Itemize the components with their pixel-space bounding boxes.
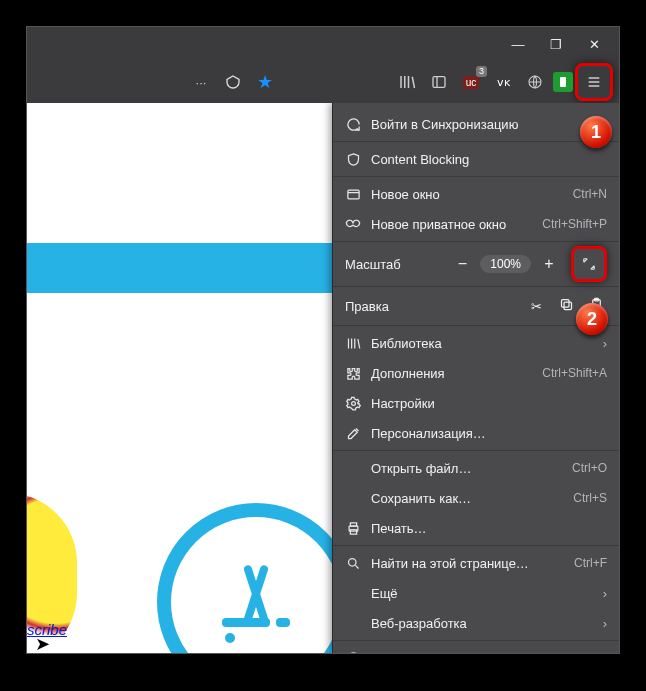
browser-toolbar: ∙∙∙ ★ uc 3 ᴠᴋ [27, 61, 619, 103]
chevron-right-icon: › [603, 336, 607, 351]
ublock-icon[interactable]: uc 3 [457, 68, 485, 96]
main-menu-panel: Войти в Синхронизацию Content Blocking Н… [332, 103, 619, 653]
menu-item-library[interactable]: Библиотека › [333, 328, 619, 358]
sidebar-icon[interactable] [425, 68, 453, 96]
question-icon [345, 651, 361, 654]
zoom-value[interactable]: 100% [480, 255, 531, 273]
fullscreen-button[interactable] [571, 246, 607, 282]
menu-item-new-window[interactable]: Новое окно Ctrl+N [333, 179, 619, 209]
svg-rect-9 [564, 302, 572, 310]
svg-rect-8 [347, 190, 358, 199]
svg-point-7 [225, 633, 235, 643]
svg-rect-0 [433, 77, 445, 88]
chevron-right-icon: › [603, 616, 607, 631]
menu-item-save-as[interactable]: Сохранить как… Ctrl+S [333, 483, 619, 513]
menu-item-open-file[interactable]: Открыть файл… Ctrl+O [333, 453, 619, 483]
main-menu-button[interactable] [575, 63, 613, 101]
print-icon [345, 521, 361, 536]
window-icon [345, 187, 361, 202]
menu-item-addons[interactable]: Дополнения Ctrl+Shift+A [333, 358, 619, 388]
gear-icon [345, 396, 361, 411]
menu-item-sync[interactable]: Войти в Синхронизацию [333, 109, 619, 139]
menu-item-more[interactable]: Ещё › [333, 578, 619, 608]
close-button[interactable]: ✕ [577, 30, 611, 58]
search-icon [345, 556, 361, 571]
copy-icon[interactable] [555, 297, 577, 315]
zoom-in-button[interactable]: + [539, 255, 559, 273]
cut-icon[interactable]: ✂ [525, 299, 547, 314]
chevron-right-icon: › [603, 651, 607, 654]
globe-icon[interactable] [521, 68, 549, 96]
svg-rect-5 [222, 618, 270, 627]
mask-icon [345, 218, 361, 230]
svg-rect-10 [561, 300, 569, 308]
puzzle-icon [345, 366, 361, 381]
menu-item-content-blocking[interactable]: Content Blocking [333, 144, 619, 174]
sync-icon [345, 117, 361, 132]
svg-rect-2 [560, 77, 566, 87]
annotation-step-1: 1 [580, 116, 612, 148]
bookmark-star-icon[interactable]: ★ [251, 68, 279, 96]
shield-icon [345, 152, 361, 167]
svg-point-18 [347, 652, 358, 653]
pocket-icon[interactable] [219, 68, 247, 96]
menu-item-webdev[interactable]: Веб-разработка › [333, 608, 619, 638]
library-icon[interactable] [393, 68, 421, 96]
svg-point-13 [351, 401, 355, 405]
page-actions-icon[interactable]: ∙∙∙ [187, 68, 215, 96]
menu-item-help[interactable]: Справка › [333, 643, 619, 653]
svg-rect-6 [276, 618, 290, 627]
paintbrush-icon [345, 426, 361, 441]
svg-rect-15 [350, 522, 356, 525]
titlebar: — ❐ ✕ [27, 27, 619, 61]
vk-icon[interactable]: ᴠᴋ [489, 68, 517, 96]
zoom-label: Масштаб [345, 257, 401, 272]
minimize-button[interactable]: — [501, 30, 535, 58]
maximize-button[interactable]: ❐ [539, 30, 573, 58]
menu-zoom-row: Масштаб − 100% + [333, 244, 619, 284]
menu-item-private-window[interactable]: Новое приватное окно Ctrl+Shift+P [333, 209, 619, 239]
annotation-step-2: 2 [576, 303, 608, 335]
extension-green-icon[interactable] [553, 72, 573, 92]
svg-point-17 [348, 558, 356, 566]
zoom-out-button[interactable]: − [452, 255, 472, 273]
library-icon [345, 336, 361, 351]
browser-window: — ❐ ✕ ∙∙∙ ★ uc 3 ᴠᴋ [26, 26, 620, 654]
edit-label: Правка [345, 299, 517, 314]
chevron-right-icon: › [603, 586, 607, 601]
mouse-cursor-icon: ➤ [35, 633, 50, 653]
menu-item-customize[interactable]: Персонализация… [333, 418, 619, 448]
menu-item-print[interactable]: Печать… [333, 513, 619, 543]
appstore-logo [157, 503, 355, 653]
menu-item-find[interactable]: Найти на этой странице… Ctrl+F [333, 548, 619, 578]
menu-item-settings[interactable]: Настройки [333, 388, 619, 418]
